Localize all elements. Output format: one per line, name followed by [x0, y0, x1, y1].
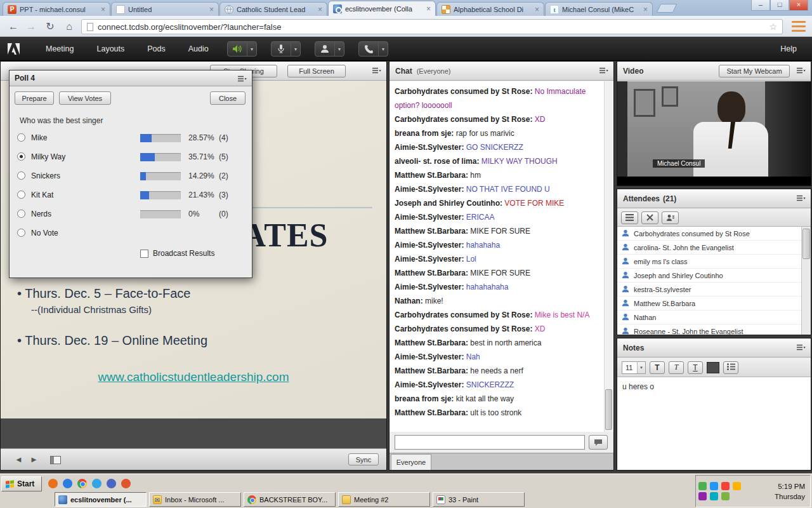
taskbar-window-button[interactable]: ecslitnovember (...	[55, 492, 147, 507]
chat-scrollbar[interactable]	[604, 81, 613, 432]
pod-menu-icon[interactable]	[796, 344, 806, 351]
tab-close-icon[interactable]: ×	[318, 6, 322, 13]
attendee-row[interactable]: emily ms l's class	[617, 255, 801, 269]
taskbar-window-button[interactable]: BACKSTREET BOY...	[244, 492, 336, 507]
attendees-scrollbar[interactable]	[801, 227, 811, 335]
webcam-button[interactable]: ▾	[315, 41, 344, 57]
bullet-list-button[interactable]	[723, 361, 738, 374]
tray-icon[interactable]	[710, 482, 718, 490]
poll-option-radio[interactable]	[17, 190, 25, 199]
phone-dropdown-icon[interactable]: ▾	[378, 42, 388, 56]
internet-explorer-icon[interactable]	[63, 479, 72, 488]
tab-close-icon[interactable]: ×	[101, 6, 105, 13]
chat-input[interactable]	[395, 435, 585, 450]
font-size-select[interactable]: 11 ▾	[622, 361, 646, 374]
back-icon[interactable]: ←	[5, 18, 22, 34]
browser-tab[interactable]: Michael Consul (MikeC×	[545, 2, 653, 16]
underline-button[interactable]: T	[688, 361, 703, 374]
phone-button[interactable]: ▾	[358, 41, 388, 57]
pod-menu-icon[interactable]	[796, 67, 806, 74]
attendee-row[interactable]: Nathan	[617, 311, 801, 324]
pod-menu-icon[interactable]	[372, 67, 381, 74]
forward-icon[interactable]: →	[23, 18, 39, 34]
reload-icon[interactable]: ↻	[42, 18, 58, 34]
maximize-window-icon[interactable]: □	[770, 0, 789, 11]
browser-tab[interactable]: Catholic Student Lead×	[219, 2, 327, 16]
chat-tab-everyone[interactable]: Everyone	[391, 454, 431, 470]
poll-option-radio[interactable]	[17, 133, 25, 142]
speaker-dropdown-icon[interactable]: ▾	[247, 42, 256, 56]
firefox-icon[interactable]	[121, 479, 131, 488]
menu-pods[interactable]: Pods	[147, 44, 166, 53]
next-slide-icon[interactable]: ►	[30, 455, 38, 464]
attendee-status-view-button[interactable]	[621, 211, 638, 224]
poll-option-radio[interactable]	[17, 152, 25, 161]
poll-option-radio[interactable]	[17, 210, 25, 218]
taskbar-window-button[interactable]: 33 - Paint	[433, 492, 525, 507]
font-size-dropdown-icon[interactable]: ▾	[637, 362, 645, 373]
webcam-dropdown-icon[interactable]: ▾	[334, 42, 344, 56]
poll-option-radio[interactable]	[17, 171, 25, 180]
media-player-icon[interactable]	[48, 479, 58, 488]
chat-scrollbar-thumb[interactable]	[605, 389, 612, 430]
microphone-button[interactable]: ▾	[271, 41, 301, 57]
attendee-row[interactable]: carolina- St. John the Evangelist	[617, 241, 801, 255]
italic-button[interactable]: T	[669, 361, 684, 374]
email-icon[interactable]	[107, 479, 116, 488]
bookmark-star-icon[interactable]: ☆	[769, 22, 777, 32]
tray-icon[interactable]	[698, 482, 707, 490]
new-tab-button[interactable]	[657, 4, 678, 13]
tray-icon[interactable]	[698, 492, 707, 500]
browser-tab[interactable]: ecslitnovember (Colla×	[328, 1, 436, 16]
messenger-icon[interactable]	[92, 479, 102, 488]
menu-layouts[interactable]: Layouts	[96, 44, 124, 53]
poll-option-radio[interactable]	[17, 229, 25, 237]
broadcast-checkbox[interactable]	[140, 250, 148, 258]
start-webcam-button[interactable]: Start My Webcam	[719, 65, 790, 77]
pod-menu-icon[interactable]	[599, 67, 608, 74]
microphone-dropdown-icon[interactable]: ▾	[291, 42, 300, 56]
menu-audio[interactable]: Audio	[188, 44, 209, 53]
tab-close-icon[interactable]: ×	[643, 6, 648, 13]
sidebar-toggle-icon[interactable]	[50, 456, 61, 464]
tray-icon[interactable]	[733, 482, 741, 490]
tab-close-icon[interactable]: ×	[535, 6, 539, 13]
home-icon[interactable]: ⌂	[61, 18, 77, 34]
attendee-row[interactable]: kestra-St.sylvester	[617, 283, 801, 297]
start-button[interactable]: Start	[1, 476, 42, 491]
speaker-button[interactable]: ▾	[227, 41, 257, 57]
tab-close-icon[interactable]: ×	[426, 5, 431, 13]
minimize-window-icon[interactable]: –	[751, 0, 770, 11]
slide-link[interactable]: www.catholicstudentleadership.com	[1, 370, 386, 384]
browser-tab[interactable]: PPT - michael.consul×	[3, 2, 110, 16]
attendee-row[interactable]: Roseanne - St. John the Evangelist	[617, 324, 801, 335]
close-window-icon[interactable]: ×	[789, 0, 808, 11]
attendee-row[interactable]: Carbohydrates consumed by St Rose	[617, 227, 801, 241]
menu-meeting[interactable]: Meeting	[46, 44, 74, 53]
tab-close-icon[interactable]: ×	[209, 6, 214, 13]
attendee-row[interactable]: Joseph and Shirley Coutinho	[617, 269, 801, 283]
bold-button[interactable]: T	[650, 361, 665, 374]
sync-button[interactable]: Sync	[348, 453, 379, 465]
browser-tab[interactable]: Untitled×	[111, 2, 219, 16]
notes-content[interactable]: u heres o	[617, 377, 811, 470]
pod-menu-icon[interactable]	[796, 195, 806, 202]
taskbar-window-button[interactable]: Meeting #2	[338, 492, 430, 507]
browser-menu-icon[interactable]	[792, 21, 806, 32]
breakout-room-view-button[interactable]	[641, 211, 658, 224]
tray-icon[interactable]	[710, 492, 718, 500]
tray-icon[interactable]	[721, 482, 730, 490]
address-bar[interactable]: connect.tcdsb.org/ecslitnovember/?launch…	[81, 19, 783, 34]
help-menu[interactable]: Help	[780, 37, 797, 61]
attendee-view-button[interactable]	[662, 211, 679, 224]
taskbar-window-button[interactable]: Inbox - Microsoft ...	[149, 492, 241, 507]
attendees-scrollbar-thumb[interactable]	[802, 229, 810, 259]
attendee-row[interactable]: Matthew St.Barbara	[617, 297, 801, 311]
previous-slide-icon[interactable]: ◄	[15, 455, 23, 464]
send-message-button[interactable]	[589, 435, 608, 450]
text-color-swatch[interactable]	[707, 362, 719, 373]
browser-tab[interactable]: Alphabetical School Di×	[436, 2, 544, 16]
full-screen-button[interactable]: Full Screen	[287, 65, 346, 77]
tray-icon[interactable]	[721, 492, 730, 500]
chrome-icon[interactable]	[77, 479, 87, 488]
